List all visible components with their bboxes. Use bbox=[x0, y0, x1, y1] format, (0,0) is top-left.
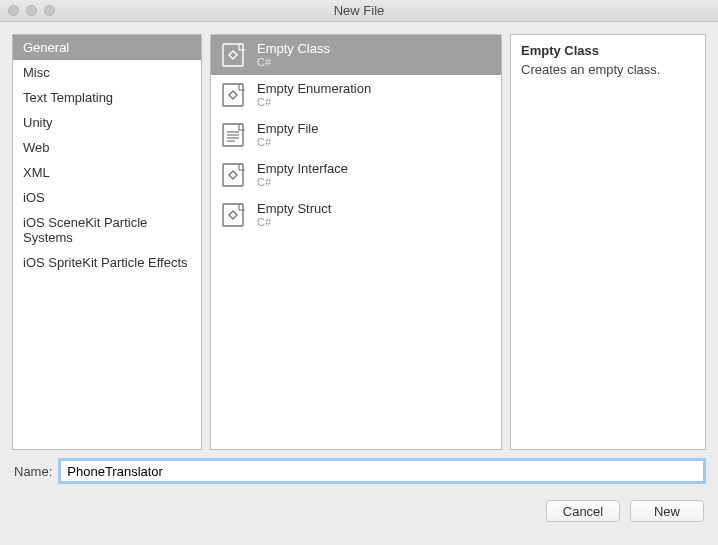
template-item[interactable]: Empty ClassC# bbox=[211, 35, 501, 75]
category-item[interactable]: iOS bbox=[13, 185, 201, 210]
template-title: Empty Interface bbox=[257, 162, 348, 176]
window-title: New File bbox=[334, 3, 385, 18]
template-text: Empty FileC# bbox=[257, 122, 318, 148]
titlebar: New File bbox=[0, 0, 718, 22]
template-item[interactable]: Empty FileC# bbox=[211, 115, 501, 155]
template-lang: C# bbox=[257, 176, 348, 188]
file-icon bbox=[219, 161, 247, 189]
template-text: Empty ClassC# bbox=[257, 42, 330, 68]
template-title: Empty File bbox=[257, 122, 318, 136]
name-row: Name: bbox=[0, 450, 718, 482]
file-icon bbox=[219, 201, 247, 229]
svg-rect-7 bbox=[223, 164, 243, 186]
category-item[interactable]: Misc bbox=[13, 60, 201, 85]
category-item[interactable]: Web bbox=[13, 135, 201, 160]
cancel-button[interactable]: Cancel bbox=[546, 500, 620, 522]
template-title: Empty Struct bbox=[257, 202, 331, 216]
template-item[interactable]: Empty StructC# bbox=[211, 195, 501, 235]
template-item[interactable]: Empty EnumerationC# bbox=[211, 75, 501, 115]
template-lang: C# bbox=[257, 96, 371, 108]
file-icon bbox=[219, 81, 247, 109]
category-item[interactable]: iOS SpriteKit Particle Effects bbox=[13, 250, 201, 275]
description-title: Empty Class bbox=[521, 43, 695, 58]
main-content: GeneralMiscText TemplatingUnityWebXMLiOS… bbox=[0, 22, 718, 450]
category-item[interactable]: Text Templating bbox=[13, 85, 201, 110]
template-text: Empty InterfaceC# bbox=[257, 162, 348, 188]
file-icon bbox=[219, 41, 247, 69]
category-item[interactable]: XML bbox=[13, 160, 201, 185]
category-panel: GeneralMiscText TemplatingUnityWebXMLiOS… bbox=[12, 34, 202, 450]
minimize-icon[interactable] bbox=[26, 5, 37, 16]
template-lang: C# bbox=[257, 136, 318, 148]
template-text: Empty EnumerationC# bbox=[257, 82, 371, 108]
description-body: Creates an empty class. bbox=[521, 62, 695, 77]
category-item[interactable]: General bbox=[13, 35, 201, 60]
svg-rect-0 bbox=[223, 44, 243, 66]
name-label: Name: bbox=[14, 464, 52, 479]
file-icon bbox=[219, 121, 247, 149]
template-title: Empty Enumeration bbox=[257, 82, 371, 96]
template-title: Empty Class bbox=[257, 42, 330, 56]
close-icon[interactable] bbox=[8, 5, 19, 16]
template-panel: Empty ClassC# Empty EnumerationC# Empty … bbox=[210, 34, 502, 450]
category-item[interactable]: iOS SceneKit Particle Systems bbox=[13, 210, 201, 250]
template-text: Empty StructC# bbox=[257, 202, 331, 228]
zoom-icon[interactable] bbox=[44, 5, 55, 16]
new-button[interactable]: New bbox=[630, 500, 704, 522]
button-row: Cancel New bbox=[0, 482, 718, 536]
svg-rect-8 bbox=[223, 204, 243, 226]
window-controls[interactable] bbox=[8, 5, 55, 16]
template-lang: C# bbox=[257, 56, 330, 68]
category-item[interactable]: Unity bbox=[13, 110, 201, 135]
description-panel: Empty Class Creates an empty class. bbox=[510, 34, 706, 450]
name-input[interactable] bbox=[60, 460, 704, 482]
template-lang: C# bbox=[257, 216, 331, 228]
svg-rect-1 bbox=[223, 84, 243, 106]
template-item[interactable]: Empty InterfaceC# bbox=[211, 155, 501, 195]
